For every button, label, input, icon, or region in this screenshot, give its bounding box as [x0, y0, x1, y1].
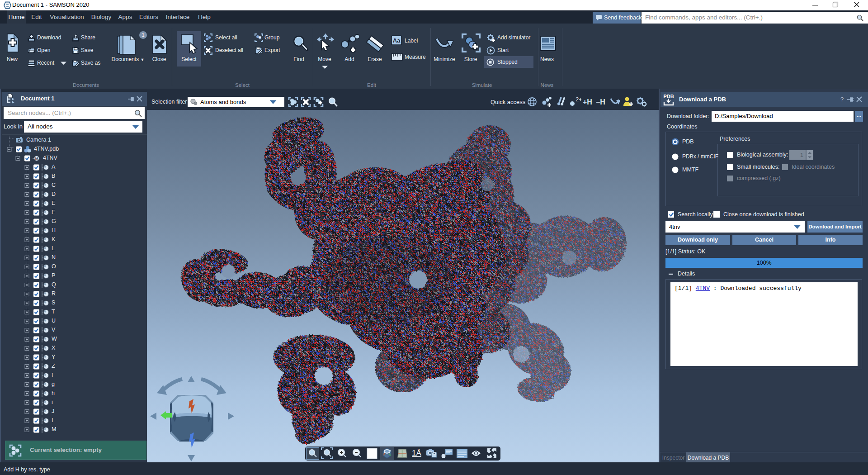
svg-text:+H: +H: [583, 98, 592, 106]
svg-text:Aa: Aa: [393, 37, 401, 44]
svg-text:PDB: PDB: [663, 94, 674, 99]
svg-text:M: M: [35, 157, 38, 161]
svg-text:−H: −H: [596, 98, 605, 106]
svg-text:1Å: 1Å: [412, 449, 421, 457]
svg-text:2+: 2+: [576, 96, 581, 103]
